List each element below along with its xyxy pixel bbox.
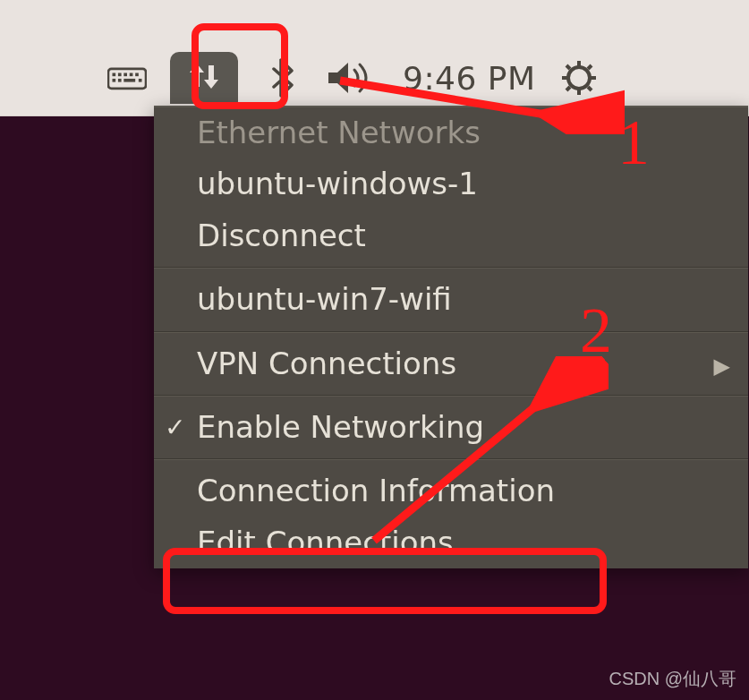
keyboard-icon[interactable] — [107, 58, 147, 98]
svg-rect-7 — [118, 79, 122, 82]
svg-line-16 — [588, 87, 592, 90]
svg-rect-1 — [113, 73, 116, 77]
network-indicator[interactable] — [170, 52, 238, 104]
svg-rect-4 — [130, 73, 133, 77]
menu-item-enable-networking[interactable]: ✓ Enable Networking — [154, 402, 748, 453]
menu-item-wifi-connection[interactable]: ubuntu-win7-wifi — [154, 274, 748, 325]
svg-point-10 — [568, 67, 590, 89]
clock-label[interactable]: 9:46 PM — [403, 60, 536, 97]
volume-icon[interactable] — [324, 58, 379, 98]
gear-power-icon[interactable] — [559, 58, 599, 98]
menu-separator — [154, 267, 748, 269]
svg-line-18 — [588, 65, 592, 69]
menu-item-vpn[interactable]: VPN Connections ▶ — [154, 338, 748, 389]
checkmark-icon: ✓ — [165, 414, 185, 442]
menu-item-edit-connections[interactable]: Edit Connections... — [154, 517, 748, 568]
chevron-right-icon: ▶ — [714, 354, 730, 378]
menu-header-ethernet: Ethernet Networks — [154, 107, 748, 158]
svg-rect-3 — [123, 73, 127, 77]
menu-separator — [154, 458, 748, 460]
svg-rect-8 — [123, 79, 135, 82]
svg-rect-5 — [135, 73, 139, 77]
svg-line-15 — [566, 65, 570, 69]
menu-item-label: Enable Networking — [197, 409, 484, 445]
menu-item-connection-info[interactable]: Connection Information — [154, 465, 748, 516]
menu-separator — [154, 331, 748, 333]
menu-item-disconnect[interactable]: Disconnect — [154, 210, 748, 261]
menu-separator — [154, 395, 748, 397]
network-menu: Ethernet Networks ubuntu-windows-1 Disco… — [154, 106, 748, 568]
svg-rect-6 — [113, 79, 116, 82]
svg-rect-9 — [139, 79, 142, 82]
watermark-label: CSDN @仙八哥 — [609, 667, 736, 691]
svg-rect-0 — [108, 69, 146, 89]
svg-line-17 — [566, 87, 570, 90]
bluetooth-icon[interactable] — [261, 58, 301, 98]
svg-rect-2 — [118, 73, 122, 77]
network-updown-icon — [184, 58, 224, 98]
menu-item-wired-connection[interactable]: ubuntu-windows-1 — [154, 158, 748, 209]
